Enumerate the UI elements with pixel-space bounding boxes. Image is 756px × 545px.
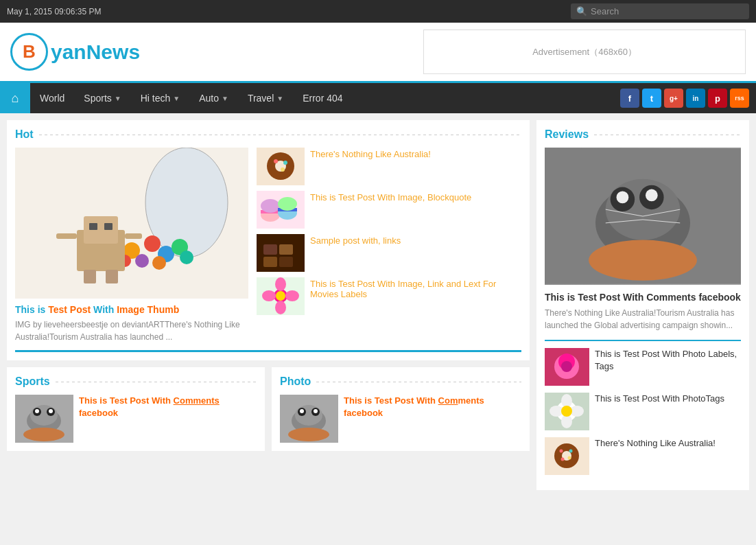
hot-main-image xyxy=(15,148,248,299)
svg-point-57 xyxy=(314,409,318,413)
svg-point-65 xyxy=(646,189,658,202)
nav-item-sports[interactable]: Sports ▼ xyxy=(74,83,130,113)
sports-section-title: Sports xyxy=(15,375,50,388)
chevron-down-icon: ▼ xyxy=(222,95,228,102)
review-item-image xyxy=(545,348,589,386)
nav-item-travel[interactable]: Travel ▼ xyxy=(238,83,293,113)
svg-point-41 xyxy=(285,290,299,301)
svg-point-21 xyxy=(274,159,278,163)
list-item: There's Nothing Like Australia! xyxy=(257,148,521,185)
header: B yanNews Advertisement（468x60） xyxy=(0,23,756,83)
photo-section-header: Photo xyxy=(280,375,521,388)
svg-rect-33 xyxy=(279,244,293,255)
nav-left: ⌂ World Sports ▼ Hi tech ▼ Auto ▼ Travel… xyxy=(0,83,353,113)
nav-home-button[interactable]: ⌂ xyxy=(0,83,30,113)
google-plus-link[interactable]: g+ xyxy=(664,89,683,108)
svg-point-45 xyxy=(30,405,58,426)
svg-point-48 xyxy=(35,409,39,413)
svg-point-8 xyxy=(180,251,193,264)
svg-point-81 xyxy=(561,406,572,417)
reviews-main-desc: There's Nothing Like Australia!Tourism A… xyxy=(545,307,741,332)
hot-main-title[interactable]: This is Test Post With Image Thumb xyxy=(15,304,248,315)
svg-point-64 xyxy=(617,192,629,204)
svg-point-22 xyxy=(283,161,287,165)
list-item: This is Test Post With Image, Blockquote xyxy=(257,191,521,229)
svg-point-39 xyxy=(275,301,286,314)
nav-item-hitech[interactable]: Hi tech ▼ xyxy=(131,83,189,113)
navbar: ⌂ World Sports ▼ Hi tech ▼ Auto ▼ Travel… xyxy=(0,83,756,113)
twitter-link[interactable]: t xyxy=(642,89,661,108)
hot-side-image xyxy=(257,148,305,185)
search-input[interactable] xyxy=(591,6,744,16)
reviews-section: Reviews xyxy=(536,120,749,490)
svg-rect-34 xyxy=(263,257,277,267)
hot-section-header: Hot xyxy=(15,128,521,141)
svg-rect-16 xyxy=(84,270,96,283)
svg-point-88 xyxy=(561,458,565,461)
section-divider xyxy=(39,135,521,135)
search-bar[interactable]: 🔍 xyxy=(571,3,749,19)
section-divider xyxy=(316,382,521,382)
advertisement-banner: Advertisement（468x60） xyxy=(423,30,746,74)
logo-icon: B xyxy=(10,33,48,71)
hot-side-title[interactable]: This is Test Post With Image, Link and L… xyxy=(310,279,521,299)
photo-item-title[interactable]: This is Test Post With Comments facebook xyxy=(344,395,521,419)
hot-side-image xyxy=(257,277,305,315)
svg-point-58 xyxy=(288,428,329,441)
main-content: Hot xyxy=(0,113,756,497)
svg-rect-13 xyxy=(104,223,113,230)
logo[interactable]: B yanNews xyxy=(10,33,140,71)
hot-side-title[interactable]: There's Nothing Like Australia! xyxy=(310,149,431,159)
nav-item-error404[interactable]: Error 404 xyxy=(293,83,352,113)
reviews-divider xyxy=(545,340,741,341)
reviews-main-image xyxy=(545,148,741,285)
facebook-link[interactable]: f xyxy=(620,89,639,108)
review-title[interactable]: There's Nothing Like Australia! xyxy=(595,437,716,475)
sports-item-image xyxy=(15,395,73,443)
svg-rect-15 xyxy=(125,233,142,239)
sports-section: Sports xyxy=(7,367,265,451)
list-item: This is Test Post With Photo Labels, Tag… xyxy=(545,348,741,386)
svg-point-49 xyxy=(49,409,53,413)
hot-side-title[interactable]: Sample post with, links xyxy=(310,235,401,246)
hot-main-image-svg xyxy=(15,148,248,299)
svg-point-85 xyxy=(560,450,563,453)
nav-item-auto[interactable]: Auto ▼ xyxy=(189,83,238,113)
hot-side-image xyxy=(257,191,305,229)
review-title[interactable]: This is Test Post With PhotoTags xyxy=(595,393,724,430)
svg-point-7 xyxy=(152,256,166,270)
svg-point-27 xyxy=(261,199,280,213)
svg-point-87 xyxy=(568,456,571,460)
photo-item-image xyxy=(280,395,338,443)
sports-title-text: This is Test Post With Comments facebook xyxy=(79,395,220,418)
svg-point-86 xyxy=(569,450,573,453)
list-item: This is Test Post With Comments facebook xyxy=(280,395,521,443)
svg-point-42 xyxy=(276,291,285,301)
svg-rect-35 xyxy=(279,257,293,267)
svg-rect-12 xyxy=(89,223,97,230)
list-item: This is Test Post With Image, Link and L… xyxy=(257,277,521,315)
hot-inner: This is Test Post With Image Thumb IMG b… xyxy=(15,148,521,343)
chevron-down-icon: ▼ xyxy=(115,95,121,102)
rss-link[interactable]: rss xyxy=(730,89,749,108)
review-title[interactable]: This is Test Post With Photo Labels, Tag… xyxy=(595,348,741,386)
right-column: Reviews xyxy=(536,120,749,490)
reviews-main-title[interactable]: This is Test Post With Comments facebook xyxy=(545,292,741,303)
list-item: There's Nothing Like Australia! xyxy=(545,437,741,475)
linkedin-link[interactable]: in xyxy=(686,89,705,108)
sports-item-title[interactable]: This is Test Post With Comments facebook xyxy=(79,395,257,419)
hot-side-title[interactable]: This is Test Post With Image, Blockquote xyxy=(310,192,471,202)
svg-rect-17 xyxy=(106,270,118,283)
chevron-down-icon: ▼ xyxy=(276,95,283,102)
list-item: This is Test Post With Comments facebook xyxy=(15,395,257,443)
hot-main-article: This is Test Post With Image Thumb IMG b… xyxy=(15,148,248,343)
pinterest-link[interactable]: p xyxy=(708,89,727,108)
reviews-section-title: Reviews xyxy=(545,128,589,141)
lower-sections: Sports xyxy=(7,367,530,451)
sports-section-header: Sports xyxy=(15,375,257,388)
svg-rect-32 xyxy=(263,244,277,255)
nav-item-world[interactable]: World xyxy=(30,83,74,113)
topbar: May 1, 2015 09:06:35 PM 🔍 xyxy=(0,0,756,23)
social-links: f t g+ in p rss xyxy=(620,89,756,108)
svg-rect-14 xyxy=(56,233,77,239)
